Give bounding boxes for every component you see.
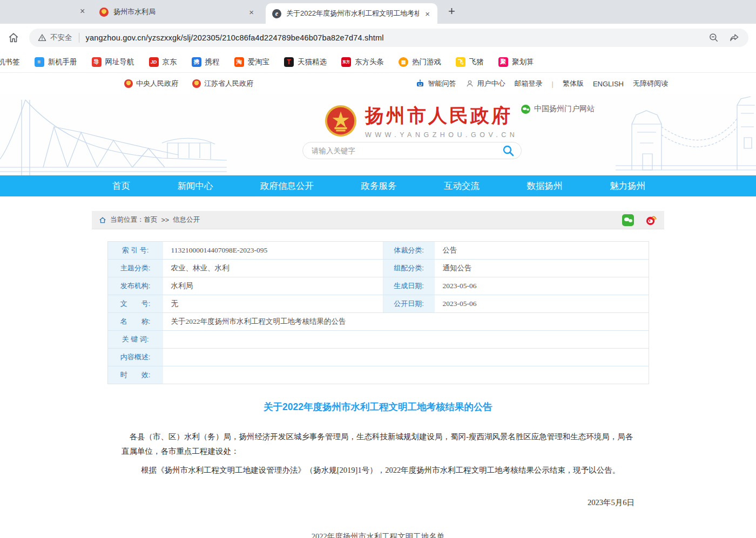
- bookmark-fliggy[interactable]: 飞 飞猪: [456, 57, 484, 67]
- meta-label: 内容概述:: [108, 349, 164, 366]
- meta-value-agency: 水利局: [164, 277, 383, 295]
- site-utility-bar: ★ 中央人民政府 ★ 江苏省人民政府 智能问答 用户中心 邮箱登录 | 繁体版 …: [0, 73, 756, 94]
- english-link[interactable]: ENGLISH: [593, 80, 624, 88]
- fliggy-pig-icon: 飞: [456, 57, 465, 67]
- close-icon[interactable]: ×: [424, 9, 431, 18]
- meta-value-summary: [164, 349, 650, 366]
- article-paragraph: 根据《扬州市水利工程文明工地建设管理办法》（扬水规[2019]1号），2022年…: [122, 463, 634, 478]
- breadcrumb-prefix: 当前位置：: [110, 215, 144, 224]
- link-central-government[interactable]: ★ 中央人民政府: [124, 79, 178, 88]
- site-name: 扬州市人民政府: [365, 103, 518, 128]
- nav-news-center[interactable]: 新闻中心: [178, 180, 213, 192]
- bookmark-hot-games[interactable]: ▤ 热门游戏: [399, 57, 441, 67]
- meta-value-doc-number: 无: [164, 295, 383, 312]
- bookmark-label: 新机手册: [48, 57, 77, 67]
- user-center-label: 用户中心: [477, 79, 505, 88]
- taobao-icon: 淘: [234, 57, 244, 67]
- games-icon: ▤: [399, 57, 408, 67]
- user-center-link[interactable]: 用户中心: [465, 79, 505, 88]
- search-icon[interactable]: [502, 144, 515, 157]
- bookmark-juhuasuan[interactable]: 聚 聚划算: [498, 57, 534, 67]
- search-input[interactable]: [312, 147, 502, 155]
- bookmark-url-navigation[interactable]: 导 网址导航: [92, 57, 134, 67]
- close-icon[interactable]: ×: [80, 6, 85, 16]
- wechat-share-icon[interactable]: [622, 214, 634, 226]
- bookmark-tmall[interactable]: T 天猫精选: [284, 57, 327, 67]
- warning-icon[interactable]: [38, 33, 46, 42]
- meta-value-keywords: [164, 331, 650, 348]
- meta-label: 名 称:: [108, 313, 164, 330]
- jd-icon: JD: [149, 57, 159, 67]
- bookmark-label: 天猫精选: [298, 57, 327, 67]
- meta-value-topic: 农业、林业、水利: [164, 260, 383, 277]
- weibo-share-icon[interactable]: [645, 214, 657, 226]
- e-logo-favicon: e: [272, 9, 281, 18]
- bookmark-label: 爱淘宝: [248, 57, 270, 67]
- meta-label: 组配分类:: [383, 260, 436, 277]
- bookmark-label: 热门游戏: [412, 57, 441, 67]
- bookmark-new-phone-manual[interactable]: ≡ 新机手册: [35, 57, 77, 67]
- nav-data-yangzhou[interactable]: 数据扬州: [527, 180, 563, 192]
- mail-login-link[interactable]: 邮箱登录: [515, 79, 543, 88]
- tab-yangzhou-water-bureau[interactable]: ★ 扬州市水利局 ×: [93, 0, 261, 24]
- meta-label: 主题分类:: [108, 260, 164, 277]
- meta-label: 文 号:: [108, 295, 164, 312]
- site-header: 扬州市人民政府 WWW.YANGZHOU.GOV.CN 中国扬州门户网站: [0, 94, 756, 175]
- bookmark-jd[interactable]: JD 京东: [149, 57, 177, 67]
- table-row: 时 效:: [108, 366, 649, 384]
- bookmark-eastday[interactable]: 东方 东方头条: [341, 57, 384, 67]
- content-area: 当前位置： 首页 >> 信息公开 索 引 号: 1132100001440709…: [92, 211, 664, 538]
- main-navigation: 首页 新闻中心 政府信息公开 政务服务 互动交流 数据扬州 魅力扬州: [0, 175, 756, 196]
- nav-interaction[interactable]: 互动交流: [444, 180, 480, 192]
- article-paragraph: 各县（市、区）水利（务）局，扬州经济开发区城乡事务管理局，生态科技新城规划建设局…: [122, 430, 634, 459]
- home-icon[interactable]: [8, 32, 19, 44]
- meta-label: 体裁分类:: [383, 242, 436, 259]
- url-text[interactable]: yangzhou.gov.cn/yzszxxgk/slj/202305/210c…: [86, 33, 384, 42]
- smart-qa-label: 智能问答: [428, 79, 456, 88]
- breadcrumb-section-link[interactable]: 信息公开: [173, 215, 200, 224]
- tab-title: 关于2022年度扬州市水利工程文明工地考核结果的公告: [286, 9, 419, 18]
- bookmark-phone-bookmarks[interactable]: 机书签: [0, 57, 20, 67]
- article-date: 2023年5月6日: [122, 495, 634, 510]
- meta-label: 发布机构:: [108, 277, 164, 295]
- nav-home[interactable]: 首页: [112, 180, 130, 192]
- tab-announcement-active[interactable]: e 关于2022年度扬州市水利工程文明工地考核结果的公告 ×: [266, 3, 437, 24]
- portal-label: 中国扬州门户网站: [534, 104, 595, 114]
- smart-qa-link[interactable]: 智能问答: [415, 79, 456, 88]
- divider: [79, 33, 79, 43]
- share-icon[interactable]: [729, 32, 740, 43]
- site-logo[interactable]: 扬州市人民政府 WWW.YANGZHOU.GOV.CN: [324, 103, 518, 139]
- meta-label: 生成日期:: [383, 277, 436, 295]
- zoom-out-icon[interactable]: [708, 32, 719, 43]
- bridge-sketch-art: [0, 94, 227, 175]
- close-icon[interactable]: ×: [248, 8, 255, 17]
- breadcrumb-home-link[interactable]: 首页: [144, 215, 158, 224]
- nav-charming-yangzhou[interactable]: 魅力扬州: [610, 180, 645, 192]
- traditional-chinese-link[interactable]: 繁体版: [563, 79, 584, 88]
- portal-link[interactable]: 中国扬州门户网站: [521, 104, 595, 114]
- accessibility-link[interactable]: 无障碍阅读: [633, 79, 668, 88]
- navigation-icon: 导: [92, 57, 102, 67]
- bookmark-label: 携程: [205, 57, 220, 67]
- meta-value-created-date: 2023-05-06: [436, 277, 650, 295]
- nav-government-services[interactable]: 政务服务: [361, 180, 397, 192]
- bookmark-ctrip[interactable]: 携 携程: [192, 57, 220, 67]
- site-url-text: WWW.YANGZHOU.GOV.CN: [365, 131, 518, 139]
- address-bar[interactable]: 不安全 yangzhou.gov.cn/yzszxxgk/slj/202305/…: [29, 29, 748, 47]
- bookmark-label: 机书签: [0, 57, 20, 67]
- new-tab-button[interactable]: +: [448, 4, 455, 18]
- table-row: 发布机构: 水利局 生成日期: 2023-05-06: [108, 277, 649, 295]
- nav-government-info[interactable]: 政府信息公开: [260, 180, 314, 192]
- national-emblem-favicon: ★: [99, 8, 109, 17]
- gov-link-label: 中央人民政府: [136, 79, 178, 88]
- security-label[interactable]: 不安全: [50, 33, 72, 43]
- wechat-icon: [521, 105, 530, 114]
- tower-bridge-sketch-art: [616, 94, 756, 175]
- bookmark-aitaobao[interactable]: 淘 爱淘宝: [234, 57, 270, 67]
- link-jiangsu-government[interactable]: ★ 江苏省人民政府: [192, 79, 253, 88]
- tab-title: 扬州市水利局: [113, 7, 243, 17]
- meta-label: 公开日期:: [383, 295, 436, 312]
- user-icon: [465, 79, 474, 88]
- meta-value-group: 通知公告: [436, 260, 650, 277]
- manual-icon: ≡: [35, 57, 44, 67]
